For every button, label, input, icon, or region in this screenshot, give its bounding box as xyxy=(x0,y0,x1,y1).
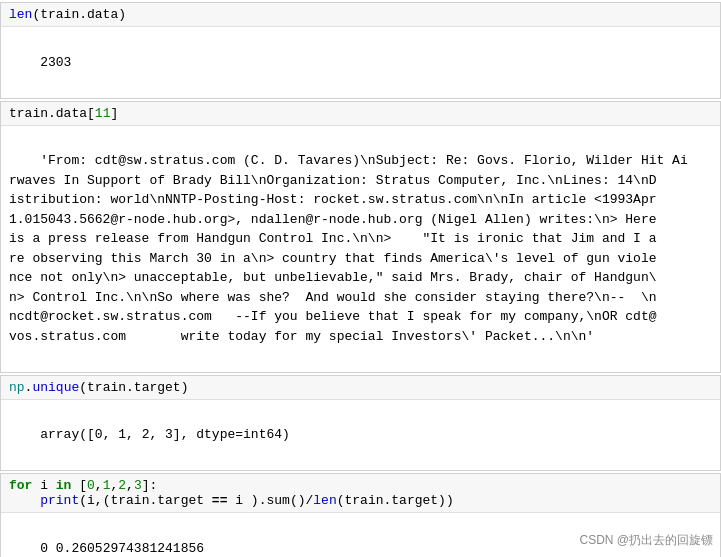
cell-1: len(train.data) 2303 xyxy=(0,2,721,99)
cell-2-output: 'From: cdt@sw.stratus.com (C. D. Tavares… xyxy=(1,126,720,372)
output-text: 2303 xyxy=(40,55,71,70)
cell-1-output: 2303 xyxy=(1,27,720,98)
cell-4-input[interactable]: for i in [0,1,2,3]: print(i,(train.targe… xyxy=(1,474,720,513)
cell-3: np.unique(train.target) array([0, 1, 2, … xyxy=(0,375,721,472)
cell-1-input[interactable]: len(train.data) xyxy=(1,3,720,27)
cell-3-output: array([0, 1, 2, 3], dtype=int64) xyxy=(1,400,720,471)
watermark: CSDN @扔出去的回旋镖 xyxy=(579,532,713,549)
cell-3-input[interactable]: np.unique(train.target) xyxy=(1,376,720,400)
cell-2-input[interactable]: train.data[11] xyxy=(1,102,720,126)
cell-2: train.data[11] 'From: cdt@sw.stratus.com… xyxy=(0,101,721,373)
func-len: len xyxy=(9,7,32,22)
